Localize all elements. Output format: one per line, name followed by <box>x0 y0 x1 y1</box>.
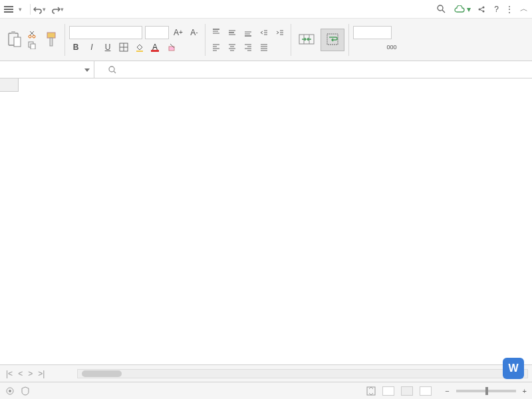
underline-button[interactable]: U <box>101 41 114 54</box>
zoom-out-icon[interactable]: − <box>445 387 449 395</box>
view-pagelayout-icon[interactable] <box>420 386 432 396</box>
svg-rect-16 <box>47 33 55 38</box>
menu-separator <box>30 4 31 15</box>
status-bar: − + <box>0 382 532 399</box>
svg-line-5 <box>480 7 483 9</box>
view-pagebreak-icon[interactable] <box>401 386 413 396</box>
ribbon-toolbar: A+ A- B I U A <box>0 19 532 61</box>
svg-point-10 <box>29 35 31 38</box>
file-dropdown-icon[interactable]: ▾ <box>19 6 22 13</box>
svg-rect-9 <box>14 37 21 47</box>
redo-icon[interactable] <box>51 5 61 14</box>
percent-button[interactable] <box>369 41 382 54</box>
sheet-next-icon[interactable]: > <box>26 369 35 378</box>
svg-line-61 <box>114 71 116 73</box>
align-right-icon[interactable] <box>241 41 255 54</box>
cloud-sync-icon[interactable]: ▾ <box>454 5 471 14</box>
wrap-text-button[interactable] <box>321 29 344 51</box>
layout-icon[interactable] <box>366 386 376 396</box>
svg-rect-15 <box>31 44 35 49</box>
bold-button[interactable]: B <box>69 41 82 54</box>
align-top-icon[interactable] <box>209 26 223 39</box>
fill-color-button[interactable] <box>133 41 146 54</box>
name-box[interactable] <box>0 61 94 78</box>
copy-button[interactable] <box>27 41 39 50</box>
svg-point-0 <box>438 5 443 11</box>
thousands-button[interactable]: 000 <box>385 41 398 54</box>
sheet-tab-bar: |< < > >| <box>0 364 532 382</box>
italic-button[interactable]: I <box>85 41 98 54</box>
more-menu-icon[interactable]: ⋮ <box>505 5 513 14</box>
increase-font-icon[interactable]: A+ <box>172 26 185 39</box>
svg-rect-22 <box>151 50 159 52</box>
horizontal-scrollbar[interactable] <box>77 369 528 378</box>
menu-right: ▾ ? ⋮ ︿ <box>437 3 528 15</box>
align-middle-icon[interactable] <box>225 26 239 39</box>
ribbon-separator <box>205 24 205 56</box>
paste-button[interactable] <box>4 29 24 51</box>
svg-point-11 <box>33 35 35 38</box>
menu-bar: ▾ ▾ ▾ ▾ ? ⋮ ︿ <box>0 0 532 19</box>
undo-icon[interactable] <box>33 5 43 14</box>
redo-dropdown-icon[interactable]: ▾ <box>61 6 64 13</box>
share-menu[interactable] <box>477 5 487 13</box>
ribbon-separator <box>65 24 65 56</box>
svg-point-63 <box>9 390 11 392</box>
ribbon-separator <box>291 24 291 56</box>
hamburger-icon[interactable] <box>4 6 13 13</box>
align-center-icon[interactable] <box>225 41 239 54</box>
svg-point-60 <box>109 66 114 72</box>
search-icon <box>108 65 117 74</box>
number-format-select[interactable] <box>353 26 392 39</box>
zoom-in-icon[interactable]: + <box>523 387 527 395</box>
align-left-icon[interactable] <box>209 41 223 54</box>
merge-cells-button[interactable] <box>295 31 318 49</box>
wps-logo-icon: W <box>503 358 524 379</box>
zoom-slider[interactable] <box>456 390 516 392</box>
help-icon[interactable]: ? <box>494 5 499 14</box>
format-painter-button[interactable] <box>42 30 61 50</box>
svg-line-6 <box>480 9 483 11</box>
indent-increase-icon[interactable] <box>273 26 287 39</box>
cut-button[interactable] <box>27 30 39 39</box>
borders-button[interactable] <box>117 41 130 54</box>
svg-rect-21 <box>136 51 143 52</box>
shield-icon[interactable] <box>21 386 29 396</box>
sheet-last-icon[interactable]: >| <box>36 369 47 378</box>
align-bottom-icon[interactable] <box>241 26 255 39</box>
font-name-select[interactable] <box>69 26 142 39</box>
formula-bar-row <box>0 61 532 78</box>
ribbon-separator <box>348 24 349 56</box>
font-color-button[interactable]: A <box>149 41 162 54</box>
undo-dropdown-icon[interactable]: ▾ <box>43 6 46 13</box>
scrollbar-thumb[interactable] <box>82 370 122 377</box>
formula-bar[interactable] <box>94 65 532 74</box>
watermark: W <box>503 358 528 379</box>
view-normal-icon[interactable] <box>382 386 394 396</box>
svg-rect-64 <box>367 387 375 395</box>
decrease-font-icon[interactable]: A- <box>188 26 201 39</box>
sheet-prev-icon[interactable]: < <box>16 369 25 378</box>
currency-button[interactable] <box>353 41 366 54</box>
svg-rect-17 <box>50 38 53 46</box>
spreadsheet-grid[interactable] <box>0 78 532 364</box>
sheet-first-icon[interactable]: |< <box>4 369 15 378</box>
select-all-corner[interactable] <box>0 78 19 92</box>
font-size-select[interactable] <box>145 26 169 39</box>
clear-format-button[interactable] <box>165 41 178 54</box>
options-icon[interactable] <box>5 386 15 396</box>
svg-line-1 <box>442 10 445 13</box>
justify-icon[interactable] <box>257 41 271 54</box>
svg-rect-8 <box>11 31 15 34</box>
search-menu[interactable] <box>437 5 448 13</box>
indent-decrease-icon[interactable] <box>257 26 271 39</box>
collapse-ribbon-icon[interactable]: ︿ <box>520 3 528 15</box>
